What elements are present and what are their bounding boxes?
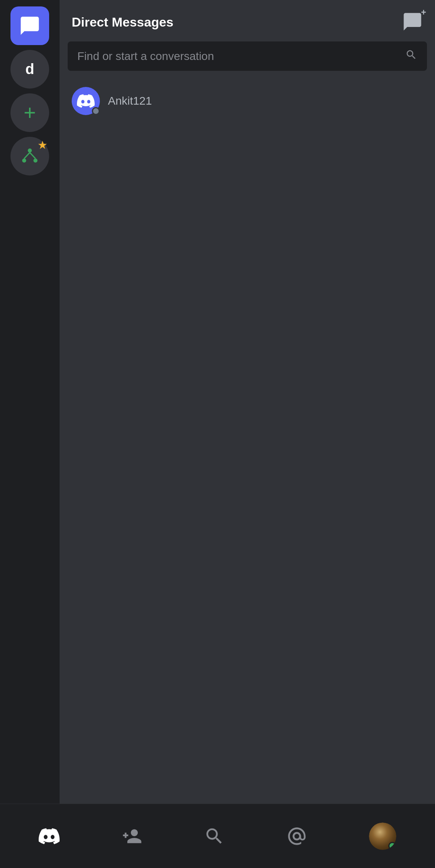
nav-item-mentions[interactable] bbox=[280, 819, 314, 853]
page-title: Direct Messages bbox=[72, 15, 174, 30]
bottom-nav bbox=[0, 804, 435, 868]
svg-point-3 bbox=[22, 159, 26, 163]
server-letter-d: d bbox=[25, 61, 34, 78]
app-container: d + ★ Direct Messages bbox=[0, 0, 435, 804]
sidebar-item-d-server[interactable]: d bbox=[10, 50, 49, 89]
avatar-container bbox=[72, 87, 100, 115]
plus-overlay: + bbox=[421, 8, 426, 17]
nav-item-home[interactable] bbox=[32, 819, 66, 853]
nav-item-friends[interactable] bbox=[115, 819, 149, 853]
status-indicator bbox=[92, 107, 100, 115]
dm-panel: Direct Messages + bbox=[60, 0, 435, 804]
dm-list: Ankit121 bbox=[60, 80, 435, 804]
new-dm-icon-container: + bbox=[402, 11, 423, 33]
search-nav-icon bbox=[204, 826, 225, 847]
discord-home-icon bbox=[39, 826, 60, 847]
svg-point-4 bbox=[33, 159, 37, 163]
add-server-icon: + bbox=[24, 102, 36, 123]
dm-header: Direct Messages + bbox=[60, 0, 435, 41]
mentions-icon bbox=[286, 826, 307, 847]
svg-point-0 bbox=[28, 148, 32, 153]
search-bar[interactable] bbox=[68, 41, 427, 71]
sidebar-item-add-server[interactable]: + bbox=[10, 93, 49, 132]
chat-bubble-icon bbox=[19, 15, 41, 37]
new-dm-button[interactable]: + bbox=[402, 11, 423, 33]
user-avatar bbox=[369, 823, 396, 850]
search-input[interactable] bbox=[77, 50, 400, 63]
svg-line-2 bbox=[30, 153, 35, 159]
discord-avatar-icon bbox=[77, 92, 95, 110]
nav-item-profile[interactable] bbox=[362, 816, 403, 856]
list-item[interactable]: Ankit121 bbox=[64, 80, 431, 122]
friends-icon bbox=[121, 826, 142, 847]
star-badge-icon: ★ bbox=[37, 138, 48, 152]
search-icon bbox=[405, 49, 417, 64]
new-dm-icon bbox=[402, 11, 423, 32]
sidebar-item-tree-server[interactable]: ★ bbox=[10, 137, 49, 175]
sidebar-item-dm[interactable] bbox=[10, 6, 49, 45]
nav-item-search[interactable] bbox=[197, 819, 231, 853]
dm-username: Ankit121 bbox=[108, 95, 152, 107]
server-sidebar: d + ★ bbox=[0, 0, 60, 804]
user-online-status bbox=[388, 842, 396, 850]
svg-line-1 bbox=[24, 153, 30, 159]
